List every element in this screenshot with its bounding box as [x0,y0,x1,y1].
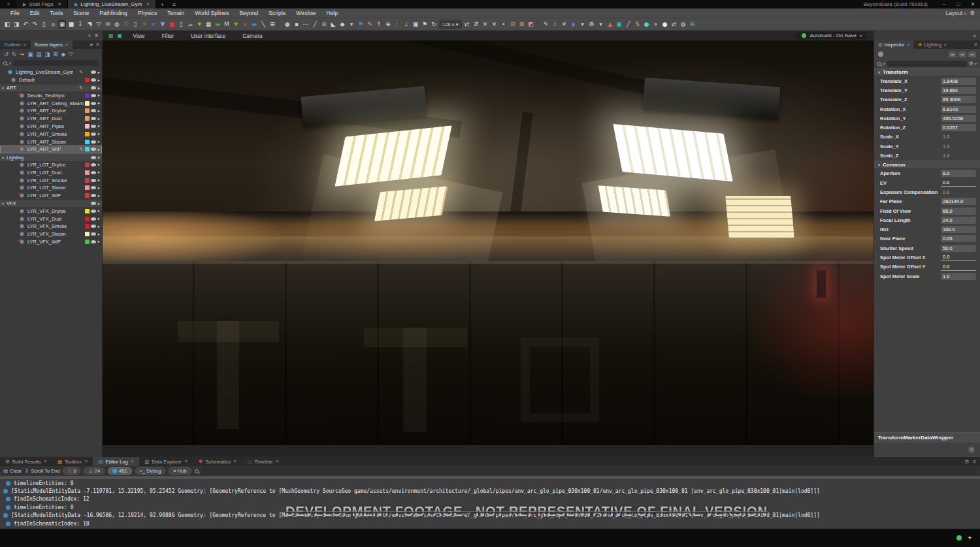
selectable-cursor-icon[interactable]: ▸ [98,139,100,144]
tab-close-icon[interactable]: ✕ [146,2,150,7]
layer-color-swatch[interactable] [85,209,90,213]
layer-tool-icon[interactable]: ↻ [12,51,16,57]
toolbar-icon[interactable]: ◆ [338,20,346,29]
selectable-cursor-icon[interactable]: ▸ [98,131,100,136]
toolbar-icon[interactable]: ⇄ [463,20,471,29]
layer-row[interactable]: ▾ LYR_ART_Ceiling_Steam ✎ ▸ [0,99,102,107]
edit-pencil-icon[interactable]: ✎ [79,147,83,152]
viewport-mode-icon[interactable]: ▦ [108,33,114,39]
toolbar-icon[interactable]: ▣ [412,20,419,29]
visibility-eye-icon[interactable] [91,125,96,128]
layer-row[interactable]: ▾ LYR_VFX_WIP ✎ ▸ [0,238,102,246]
layer-tool-icon[interactable]: ↪ [20,51,24,57]
panel-menu-icon[interactable]: ≡ [96,42,99,48]
selectable-cursor-icon[interactable]: ▸ [98,93,100,98]
toolbar-icon[interactable]: ⌂ [49,20,57,29]
panel-close-icon[interactable]: ✕ [94,33,99,39]
toolbar-icon[interactable]: ☀ [195,20,203,29]
layer-color-swatch[interactable] [85,201,90,206]
toolbar-icon[interactable]: ⚑ [357,20,365,29]
selectable-cursor-icon[interactable]: ▸ [98,78,100,83]
log-line[interactable]: timelineEntities: 0 [0,503,980,511]
inspector-view-button[interactable]: ▭ [949,52,956,57]
toolbar-icon[interactable]: ● [284,20,291,29]
toolbar-icon[interactable]: ↶ [22,20,29,29]
layer-row[interactable]: ▾ LYR_ART_Smoke ✎ ▸ [0,130,102,138]
layer-row[interactable]: ▾ LYR_LGT_Smoke ✎ ▸ [0,176,102,184]
selectable-cursor-icon[interactable]: ▸ [98,123,100,129]
log-line[interactable]: timelineEntities: 0 [0,479,980,487]
property-value-field[interactable]: 50.0 [941,245,976,252]
selectable-cursor-icon[interactable]: ▸ [98,193,100,198]
layer-color-swatch[interactable] [85,163,90,167]
toolbar-icon[interactable]: ● [661,20,669,29]
console-tab[interactable]: ⚒ Build Results ✕ [0,457,52,466]
autobuild-toggle[interactable]: Autobuild - On Save ▾ [796,32,867,39]
layer-row[interactable]: ▾ LYR_VFX_Smoke ✎ ▸ [0,223,102,230]
toolbar-icon[interactable]: ⋯ [302,20,310,29]
toolbar-icon[interactable]: ● [643,20,651,29]
property-value-field[interactable]: 0.0 [941,263,976,271]
layer-color-swatch[interactable] [85,224,90,228]
clear-button[interactable]: ▤Clear [3,468,22,474]
menu-item[interactable]: Terrain [162,10,189,16]
selectable-cursor-icon[interactable]: ▸ [98,232,100,237]
layer-color-swatch[interactable] [85,232,90,236]
error-count-badge[interactable]: ⊖0 [63,467,80,475]
tab-close-icon[interactable]: ✕ [84,459,88,464]
menu-item[interactable]: Scene [68,10,94,16]
layer-row[interactable]: ▾ LYR_LGT_Dust ✎ ▸ [0,168,102,176]
property-search-input[interactable] [887,61,967,67]
tab-close-icon[interactable]: ✕ [233,459,237,464]
toolbar-icon[interactable]: ╲ [259,20,267,29]
menu-item[interactable]: Tools [44,10,68,16]
layer-color-swatch[interactable] [85,86,90,90]
toolbar-icon[interactable]: ◍ [679,20,687,29]
visibility-eye-icon[interactable] [91,109,96,112]
console-tab[interactable]: ▤ Editor Log ✕ [93,457,139,466]
toolbar-icon[interactable] [278,20,282,28]
visibility-eye-icon[interactable] [91,94,96,97]
property-value-field[interactable]: 100.0 [941,226,976,233]
visibility-eye-icon[interactable] [91,156,96,159]
toolbar-icon[interactable]: ▼ [159,20,167,29]
layer-tool-icon[interactable]: ⊞ [53,51,57,57]
selectable-cursor-icon[interactable]: ▸ [98,224,100,229]
layer-row[interactable]: ▾ LYR_LGT_DryIce ✎ ▸ [0,161,102,169]
toolbar-icon[interactable]: ▦ [204,20,212,29]
property-value-field[interactable]: 495.5256 [941,115,976,122]
chevron-down-icon[interactable]: ▾ [9,61,11,65]
selectable-cursor-icon[interactable]: ▸ [98,178,100,183]
layer-color-swatch[interactable] [85,193,90,198]
log-search-input[interactable] [202,468,977,475]
toolbar-icon[interactable]: ⚓ [551,20,559,29]
panel-tab[interactable]: Scene layers ✕ [31,40,73,49]
visibility-eye-icon[interactable] [91,186,96,189]
panel-menu-icon[interactable]: ≡ [974,42,977,48]
toolbar-icon[interactable]: ⊠ [518,20,526,29]
toolbar-icon[interactable]: ▽ [95,20,103,29]
viewport-menu-item[interactable]: Camera [234,33,270,39]
property-value-field[interactable]: 0.0 [941,179,976,187]
layer-row[interactable]: ▾ LYR_ART_DryIce ✎ ▸ [0,107,102,115]
toolbar-icon[interactable]: ◨ [12,20,20,29]
toolbar-icon[interactable]: ◧ [3,20,11,29]
tab-list-menu-icon[interactable]: ≡ [168,0,180,8]
log-output[interactable]: timelineEntities: 0 [StaticModelEntityDa… [0,476,980,529]
toolbar-icon[interactable]: ⊥ [402,20,410,29]
expander-icon[interactable]: ▾ [2,86,7,90]
layer-color-swatch[interactable] [85,108,90,113]
menu-item[interactable]: Pathfinding [94,10,133,16]
visibility-eye-icon[interactable] [91,86,96,89]
selectable-cursor-icon[interactable]: ▸ [98,155,100,160]
visibility-eye-icon[interactable] [91,240,96,243]
maximize-button[interactable]: □ [951,0,966,8]
property-value-field[interactable]: 1.0 [941,152,976,159]
visibility-eye-icon[interactable] [91,217,96,221]
toolbar-icon[interactable]: ◗ [570,20,578,29]
property-value-field[interactable]: 85.3009 [941,96,976,103]
toolbar-icon[interactable]: 128 o ▾ [439,20,462,29]
visibility-eye-icon[interactable] [91,179,96,182]
info-count-badge[interactable]: 451 [108,467,132,475]
console-gear-icon[interactable]: ⚙ [964,459,969,465]
